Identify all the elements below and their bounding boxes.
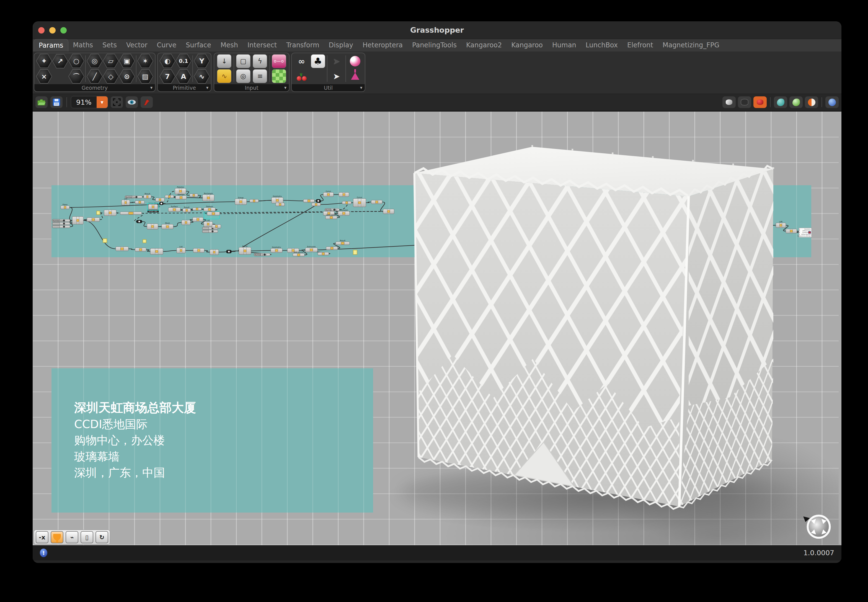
sketch-icon[interactable]: ∿ <box>217 69 232 83</box>
node-curve[interactable] <box>339 192 349 197</box>
node-list-item[interactable] <box>210 249 219 255</box>
node-geometry[interactable]: Geometry <box>271 195 283 203</box>
swatch-icon[interactable] <box>272 69 286 83</box>
node-number-slider[interactable]: Number Slider <box>254 253 270 256</box>
menu-tab-surface[interactable]: Surface <box>181 39 216 52</box>
minimize-window-button[interactable] <box>49 27 56 34</box>
menu-tab-mesh[interactable]: Mesh <box>216 39 243 52</box>
node-value[interactable] <box>193 208 201 210</box>
group-expand-icon[interactable]: ▾ <box>206 84 209 91</box>
node-value[interactable] <box>342 201 351 204</box>
menu-tab-lunchbox[interactable]: LunchBox <box>581 39 623 52</box>
node-tree[interactable] <box>212 224 221 228</box>
node-number-slider[interactable]: Number Slider <box>325 209 339 211</box>
node-move-xyz[interactable] <box>147 224 158 229</box>
node-number-slider[interactable]: Number Slider <box>125 196 142 198</box>
node-geometry[interactable]: Geometry <box>271 246 282 253</box>
toggle-wire-polyline[interactable]: ⌁ <box>66 531 78 543</box>
paint-brush-button[interactable] <box>141 96 153 108</box>
node-unit-vector[interactable] <box>326 247 338 250</box>
menu-tab-kangaroo[interactable]: Kangaroo <box>506 39 547 52</box>
boolean-icon[interactable]: ◐ <box>159 54 175 68</box>
panel-icon[interactable]: ▢ <box>236 54 250 68</box>
text-icon[interactable]: A <box>175 69 192 84</box>
node-unit-vector[interactable]: Unit vector <box>325 214 337 219</box>
toggle-draw-fancy-wires[interactable] <box>51 531 63 543</box>
node-number-slider[interactable] <box>202 230 218 233</box>
preview-shaded-button[interactable] <box>753 96 767 108</box>
node-closest-point[interactable] <box>150 249 163 255</box>
jellyfish-icon[interactable] <box>348 54 362 68</box>
node-group[interactable] <box>304 200 314 203</box>
menu-tab-display[interactable]: Display <box>324 39 358 52</box>
arc-icon[interactable]: ⌒ <box>68 69 84 84</box>
menu-tab-curve[interactable]: Curve <box>152 39 181 52</box>
cylinder-icon[interactable]: ⊙ <box>119 69 135 84</box>
menu-tab-heteroptera[interactable]: Heteroptera <box>358 39 408 52</box>
zoom-control[interactable]: 91% ▾ <box>71 96 108 108</box>
title-bar[interactable]: Grasshopper <box>33 22 842 39</box>
jump-icon[interactable]: ϟ <box>253 54 267 68</box>
glasses-icon[interactable]: ∞ <box>294 54 309 68</box>
node-explode[interactable] <box>371 200 382 204</box>
menu-tab-kangaroo2[interactable]: Kangaroo2 <box>462 39 506 52</box>
node-relay[interactable] <box>316 200 321 203</box>
relay-arrow-icon[interactable]: ➤ <box>330 54 344 68</box>
preview-eye-button[interactable] <box>126 96 138 108</box>
group-expand-icon[interactable]: ▾ <box>284 84 287 91</box>
blob-preview-button[interactable] <box>774 96 787 108</box>
jump-arrow-icon[interactable]: ➤ <box>330 69 344 83</box>
node-relay[interactable] <box>159 202 163 205</box>
toggle-redraw[interactable]: ↻ <box>95 531 108 543</box>
blob-quality-button[interactable] <box>790 96 803 108</box>
plane-icon[interactable]: ▱ <box>103 54 119 68</box>
node-plane[interactable] <box>190 194 198 197</box>
wire[interactable] <box>187 198 202 198</box>
node-plane[interactable] <box>276 203 285 206</box>
node-sort[interactable] <box>182 220 190 225</box>
node-extrusion[interactable]: Extrusion <box>338 209 350 215</box>
cherries-icon[interactable]: ∨ <box>294 69 309 83</box>
close-icon[interactable]: × <box>36 69 52 84</box>
node-plane[interactable] <box>312 203 321 206</box>
toggle-names[interactable]: -x <box>36 531 48 543</box>
node-panel[interactable] <box>97 211 100 215</box>
node-unit-vector[interactable]: Unit vector <box>293 251 304 256</box>
alert-badge-icon[interactable]: ! <box>40 548 48 557</box>
menu-tab-intersect[interactable]: Intersect <box>243 39 282 52</box>
node-plane[interactable] <box>250 200 259 203</box>
close-window-button[interactable] <box>38 27 44 34</box>
menu-tab-elefront[interactable]: Elefront <box>623 39 658 52</box>
vector-icon[interactable]: ↗ <box>52 54 68 68</box>
menu-tab-panelingtools[interactable]: PanelingTools <box>408 39 462 52</box>
node-pair[interactable] <box>156 198 164 201</box>
spiral-icon[interactable]: ◎ <box>87 54 103 68</box>
node-material[interactable]: GeometryDiffuse ColorTransparencyDiffuse… <box>797 228 811 237</box>
node-set[interactable] <box>193 217 203 221</box>
node-mean[interactable] <box>120 212 142 215</box>
circle-icon[interactable]: ○ <box>68 54 84 68</box>
point-grid-icon[interactable]: ◇ <box>103 69 119 84</box>
mesh-icon[interactable]: ✶ <box>137 54 153 68</box>
definition-canvas[interactable]: PlaneNumber SliderUnion BoxUnion BoxNumb… <box>33 112 842 545</box>
line-icon[interactable]: ╱ <box>87 69 103 84</box>
sphere-blue-button[interactable] <box>825 96 839 108</box>
node-curves[interactable] <box>193 249 204 253</box>
node-midpoint[interactable] <box>135 248 146 252</box>
sphere-half-button[interactable] <box>805 96 818 108</box>
node-polyline[interactable] <box>207 212 220 215</box>
node-result[interactable]: Result <box>144 193 151 198</box>
toggle-panel[interactable]: ▯ <box>81 531 93 543</box>
surface-icon[interactable]: ▨ <box>137 69 153 84</box>
menu-tab-human[interactable]: Human <box>547 39 581 52</box>
menu-tab-vector[interactable]: Vector <box>121 39 152 52</box>
menu-tab-transform[interactable]: Transform <box>282 39 324 52</box>
menu-tab-magnetizing_fpg[interactable]: Magnetizing_FPG <box>658 39 724 52</box>
point-icon[interactable]: ⌖ <box>36 54 52 68</box>
graph-icon[interactable]: ∿ <box>194 69 210 84</box>
zoom-dropdown-button[interactable]: ▾ <box>97 96 108 108</box>
node-relay[interactable] <box>226 250 232 253</box>
zoom-extents-button[interactable] <box>111 96 123 108</box>
menu-tab-sets[interactable]: Sets <box>98 39 121 52</box>
path-icon[interactable]: Y <box>194 54 210 68</box>
